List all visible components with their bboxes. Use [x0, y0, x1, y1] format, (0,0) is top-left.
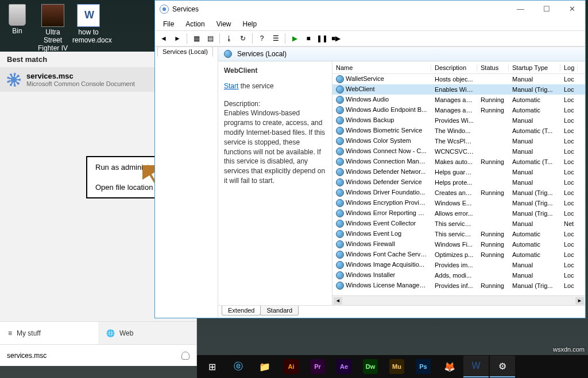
service-list[interactable]: WalletServiceHosts objec...ManualLocWebC… [332, 74, 585, 295]
tab-standard[interactable]: Standard [260, 306, 299, 315]
restart-service-button[interactable]: ■▶ [330, 32, 342, 45]
service-row[interactable]: Windows Color SystemThe WcsPlu...ManualL… [332, 136, 585, 146]
close-button[interactable]: ✕ [559, 1, 585, 17]
desktop-icon-usf[interactable]: Ultra Street Fighter IV [36, 3, 70, 53]
service-row[interactable]: Windows Event CollectorThis service ...M… [332, 219, 585, 229]
scroll-right-icon[interactable]: ► [575, 297, 584, 305]
selected-service-name: WebClient [224, 66, 326, 76]
service-row[interactable]: Windows Connect Now - C...WCNCSVC ...Man… [332, 146, 585, 157]
pause-service-button[interactable]: ❚❚ [316, 32, 328, 45]
horizontal-scrollbar[interactable]: ◄ ► [332, 295, 585, 305]
start-service-button[interactable]: ▶ [288, 32, 301, 45]
tree-pane[interactable]: Services (Local) [155, 47, 218, 318]
col-startup-type[interactable]: Startup Type [509, 64, 560, 71]
taskbar-ae[interactable]: Ae [331, 356, 357, 377]
col-status[interactable]: Status [477, 64, 509, 71]
taskbar-mu[interactable]: Mu [384, 356, 409, 377]
help-button[interactable]: ? [256, 32, 268, 45]
microphone-icon[interactable] [181, 352, 189, 360]
service-row[interactable]: Windows Driver Foundatio...Creates and..… [332, 188, 585, 198]
list-header: Name Description Status Startup Type Log [332, 61, 585, 74]
detail-header: Services (Local) [218, 47, 585, 61]
services-icon [224, 50, 232, 58]
taskbar-explorer[interactable]: 📁 [252, 356, 277, 377]
desktop-icon-docx[interactable]: how to remove.docx [71, 3, 106, 53]
taskbar-firefox[interactable]: 🦊 [437, 356, 462, 377]
tree-node-services-local[interactable]: Services (Local) [157, 46, 213, 57]
maximize-button[interactable]: ☐ [533, 1, 559, 17]
hamburger-icon: ≡ [8, 329, 12, 337]
service-icon [336, 96, 344, 104]
service-row[interactable]: Windows License Manager ...Provides inf.… [332, 280, 585, 291]
service-row[interactable]: Windows Connection Mana...Makes auto...R… [332, 157, 585, 167]
watermark: wsxdn.com [553, 346, 585, 353]
stop-service-button[interactable]: ■ [302, 32, 315, 45]
recycle-bin-icon [9, 4, 26, 26]
menu-action[interactable]: Action [181, 19, 209, 29]
service-row[interactable]: Windows Font Cache ServiceOptimizes p...… [332, 250, 585, 260]
service-icon [336, 261, 344, 269]
taskbar-edge[interactable]: ⓔ [226, 356, 251, 377]
titlebar[interactable]: Services — ☐ ✕ [155, 1, 585, 18]
service-icon [336, 199, 344, 207]
menu-view[interactable]: View [212, 19, 236, 29]
taskbar-ps[interactable]: Ps [411, 356, 436, 377]
list-button[interactable]: ☰ [269, 32, 282, 45]
description-label: Description: [224, 99, 326, 109]
service-row[interactable]: Windows Defender Networ...Helps guard...… [332, 167, 585, 177]
search-input[interactable]: services.msc [0, 344, 196, 366]
menu-help[interactable]: Help [238, 19, 262, 29]
scroll-left-icon[interactable]: ◄ [334, 297, 342, 305]
tab-web[interactable]: 🌐Web [98, 322, 196, 344]
service-row[interactable]: Windows Audio Endpoint B...Manages au...… [332, 105, 585, 115]
taskbar-word[interactable]: W [463, 356, 489, 377]
start-service-link[interactable]: Start [224, 82, 238, 90]
minimize-button[interactable]: — [508, 1, 533, 17]
service-row[interactable]: Windows Error Reporting Se...Allows erro… [332, 208, 585, 219]
result-title: services.msc [26, 72, 135, 80]
desktop-icon-bin[interactable]: Bin [0, 3, 34, 53]
taskbar-ai[interactable]: Ai [278, 356, 304, 377]
word-doc-icon [77, 4, 100, 27]
show-hide-tree-button[interactable]: ▦ [190, 32, 203, 45]
refresh-button[interactable]: ↻ [237, 32, 249, 45]
description-text: Enables Windows-based programs to create… [224, 108, 326, 185]
task-view-button[interactable]: ⊞ [199, 356, 225, 377]
taskbar-dw[interactable]: Dw [358, 356, 383, 377]
service-icon [336, 240, 344, 248]
service-row[interactable]: Windows Encryption Provid...Windows E...… [332, 198, 585, 208]
col-name[interactable]: Name [332, 64, 431, 71]
service-row[interactable]: Windows Event LogThis service ...Running… [332, 229, 585, 239]
service-row[interactable]: WebClientEnables Win...Manual (Trig...Lo… [332, 84, 585, 95]
service-row[interactable]: Windows FirewallWindows Fi...RunningAuto… [332, 239, 585, 250]
properties-button[interactable]: ▤ [204, 32, 216, 45]
service-row[interactable]: Windows Biometric ServiceThe Windo...Aut… [332, 126, 585, 136]
service-icon [336, 106, 344, 114]
nav-back-button[interactable]: ◄ [157, 32, 170, 45]
search-input-text: services.msc [7, 352, 47, 360]
service-icon [336, 230, 344, 238]
service-row[interactable]: Windows AudioManages au...RunningAutomat… [332, 95, 585, 105]
taskbar: ⊞ ⓔ 📁 Ai Pr Ae Dw Mu Ps 🦊 W ⚙ [197, 355, 588, 378]
taskbar-services[interactable]: ⚙ [490, 356, 515, 377]
service-icon [336, 209, 344, 217]
service-row[interactable]: Windows InstallerAdds, modi...ManualLoc [332, 270, 585, 280]
service-row[interactable]: WalletServiceHosts objec...ManualLoc [332, 74, 585, 84]
service-info-panel: WebClient Start the service Description:… [218, 61, 332, 305]
result-subtitle: Microsoft Common Console Document [26, 80, 135, 87]
menu-file[interactable]: File [158, 19, 179, 29]
export-button[interactable]: ⭳ [223, 32, 235, 45]
service-row[interactable]: Windows Image Acquisitio...Provides im..… [332, 260, 585, 270]
service-icon [336, 127, 344, 135]
service-row[interactable]: Windows Defender ServiceHelps prote...Ma… [332, 177, 585, 188]
taskbar-pr[interactable]: Pr [305, 356, 330, 377]
services-window: Services — ☐ ✕ File Action View Help ◄ ►… [154, 0, 586, 318]
services-app-icon [160, 5, 169, 14]
col-logon[interactable]: Log [560, 64, 578, 71]
tab-my-stuff[interactable]: ≡My stuff [0, 322, 98, 344]
tab-extended[interactable]: Extended [222, 306, 261, 315]
service-icon [336, 220, 344, 228]
nav-fwd-button[interactable]: ► [171, 32, 184, 45]
col-description[interactable]: Description [431, 64, 477, 71]
service-row[interactable]: Windows BackupProvides Wi...ManualLoc [332, 115, 585, 126]
